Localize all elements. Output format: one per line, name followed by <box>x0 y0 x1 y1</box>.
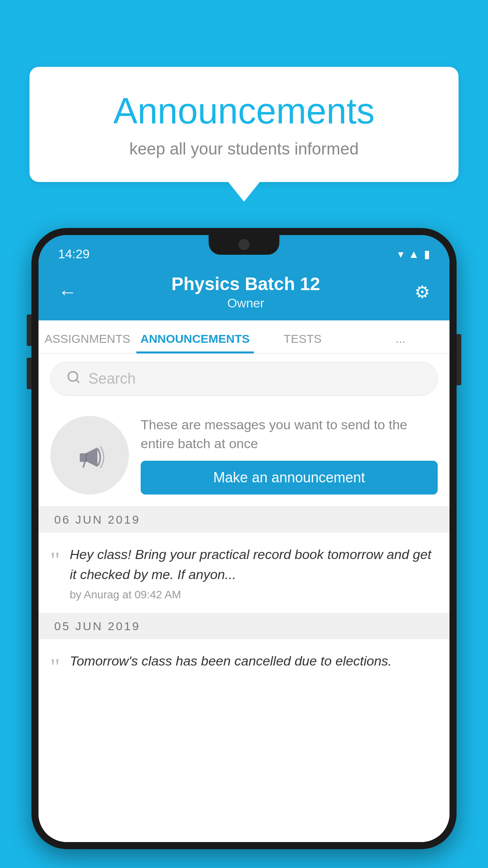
announcement-content-2: Tomorrow's class has been cancelled due … <box>70 651 438 675</box>
status-icons: ▾ ▲ ▮ <box>398 248 430 261</box>
speech-bubble-arrow <box>228 182 260 202</box>
quote-icon-1: " <box>50 548 60 572</box>
wifi-icon: ▾ <box>398 248 404 261</box>
settings-icon[interactable]: ⚙ <box>415 282 430 302</box>
announcement-text-1: Hey class! Bring your practical record b… <box>70 544 438 585</box>
search-icon <box>66 370 81 388</box>
signal-icon: ▲ <box>408 248 419 261</box>
announcement-content-1: Hey class! Bring your practical record b… <box>70 544 438 601</box>
tab-bar: ASSIGNMENTS ANNOUNCEMENTS TESTS ... <box>39 320 449 354</box>
bubble-subtitle: keep all your students informed <box>61 140 427 158</box>
tab-more[interactable]: ... <box>352 320 449 353</box>
speech-bubble-section: Announcements keep all your students inf… <box>29 67 459 202</box>
announcement-cta-right: These are messages you want to send to t… <box>141 416 438 495</box>
svg-line-3 <box>83 462 85 467</box>
tab-tests[interactable]: TESTS <box>254 320 352 353</box>
announcement-meta-1: by Anurag at 09:42 AM <box>70 588 438 601</box>
header-subtitle: Owner <box>77 296 415 311</box>
quote-icon-2: " <box>50 655 60 679</box>
side-button-volume-down <box>27 358 31 389</box>
megaphone-icon <box>70 436 109 475</box>
tab-assignments[interactable]: ASSIGNMENTS <box>39 320 136 353</box>
side-button-volume-up <box>27 314 31 346</box>
search-container: Search <box>39 354 449 404</box>
front-camera <box>238 239 250 250</box>
date-separator-2: 05 JUN 2019 <box>39 613 449 639</box>
app-header: ← Physics Batch 12 Owner ⚙ <box>39 265 449 320</box>
search-placeholder: Search <box>88 370 136 387</box>
phone-mockup: 14:29 ▾ ▲ ▮ ← Physics Batch 12 Owner ⚙ <box>31 228 457 868</box>
svg-line-1 <box>76 380 79 383</box>
content-area: Search <box>39 354 449 842</box>
search-bar[interactable]: Search <box>50 362 438 396</box>
announcement-text-2: Tomorrow's class has been cancelled due … <box>70 651 438 671</box>
status-time: 14:29 <box>58 247 90 261</box>
back-button[interactable]: ← <box>58 281 77 303</box>
announcement-cta-section: These are messages you want to send to t… <box>39 404 449 507</box>
battery-icon: ▮ <box>424 248 430 261</box>
bubble-title: Announcements <box>61 90 427 132</box>
date-separator-1: 06 JUN 2019 <box>39 507 449 533</box>
speech-bubble-card: Announcements keep all your students inf… <box>29 67 459 182</box>
phone-screen: 14:29 ▾ ▲ ▮ ← Physics Batch 12 Owner ⚙ <box>39 235 449 842</box>
tab-announcements[interactable]: ANNOUNCEMENTS <box>136 320 253 353</box>
svg-rect-2 <box>80 453 87 462</box>
header-title: Physics Batch 12 <box>77 273 415 294</box>
make-announcement-button[interactable]: Make an announcement <box>141 461 438 495</box>
announcement-item-2[interactable]: " Tomorrow's class has been cancelled du… <box>39 639 449 690</box>
announcement-icon-circle <box>50 416 129 495</box>
side-button-power <box>457 334 461 385</box>
header-center: Physics Batch 12 Owner <box>77 273 415 311</box>
announcement-item-1[interactable]: " Hey class! Bring your practical record… <box>39 533 449 613</box>
phone-notch <box>209 235 279 255</box>
phone-outer-shell: 14:29 ▾ ▲ ▮ ← Physics Batch 12 Owner ⚙ <box>31 228 457 849</box>
announcement-cta-text: These are messages you want to send to t… <box>141 416 438 453</box>
